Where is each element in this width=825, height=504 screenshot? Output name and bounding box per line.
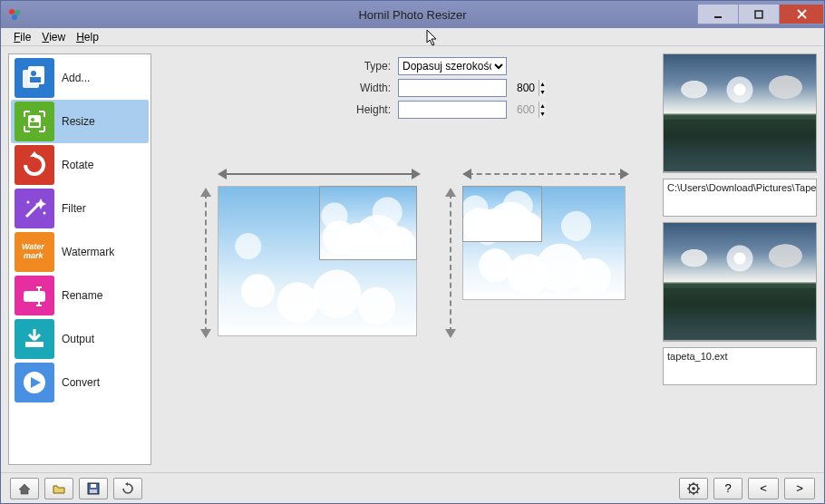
- svg-rect-10: [30, 77, 41, 82]
- prev-button[interactable]: <: [748, 478, 779, 499]
- output-icon: [15, 319, 54, 359]
- resize-diagram: [159, 170, 655, 360]
- svg-point-29: [692, 487, 695, 490]
- width-input[interactable]: [399, 80, 539, 96]
- add-icon: [15, 58, 54, 98]
- width-label: Width:: [159, 82, 398, 94]
- height-arrow-icon: [201, 188, 210, 338]
- sidebar-item-add[interactable]: Add...: [11, 56, 149, 100]
- titlebar: Hornil Photo Resizer: [1, 1, 824, 28]
- preview-1: [663, 53, 817, 173]
- width-arrow-icon: [218, 170, 421, 179]
- width-down[interactable]: ▼: [539, 88, 546, 96]
- type-select[interactable]: Dopasuj szerokość: [398, 57, 507, 75]
- sidebar-item-resize[interactable]: Resize: [11, 100, 149, 143]
- sidebar-item-label: Resize: [62, 115, 95, 128]
- sidebar-item-rotate[interactable]: Rotate: [11, 143, 149, 187]
- refresh-button[interactable]: [113, 478, 142, 499]
- svg-rect-4: [755, 11, 762, 18]
- preview-image-2: [664, 223, 816, 341]
- svg-point-16: [44, 212, 46, 215]
- menubar: File View Help: [1, 28, 824, 46]
- svg-rect-19: [24, 291, 45, 302]
- height-up: ▲: [539, 102, 546, 110]
- rotate-icon: [15, 145, 54, 185]
- height-down: ▼: [539, 110, 546, 118]
- preview-column: C:\Users\Download\Pictures\Tapet tapeta_…: [663, 53, 817, 465]
- wand-icon: [15, 189, 54, 228]
- menu-help[interactable]: Help: [71, 31, 104, 44]
- minimize-button[interactable]: [697, 5, 739, 24]
- sidebar: Add...ResizeRotateFilterWatermarkWaterma…: [8, 53, 151, 465]
- close-button[interactable]: [779, 5, 824, 24]
- sidebar-item-label: Filter: [62, 202, 86, 215]
- sidebar-item-filter[interactable]: Filter: [11, 187, 149, 230]
- preview-image-1: [664, 54, 816, 172]
- svg-text:mark: mark: [24, 251, 44, 260]
- height-label: Height:: [159, 103, 398, 116]
- svg-point-15: [27, 201, 30, 204]
- diagram-fit-width: [185, 170, 421, 360]
- menu-file[interactable]: File: [8, 31, 36, 44]
- watermark-icon: Watermark: [15, 232, 54, 272]
- sidebar-item-label: Output: [62, 333, 94, 345]
- height-spinner: ▲▼: [398, 101, 507, 119]
- preview-caption-1: C:\Users\Download\Pictures\Tapet: [663, 179, 817, 217]
- sidebar-item-convert[interactable]: Convert: [11, 361, 149, 404]
- save-button[interactable]: [79, 478, 108, 499]
- open-button[interactable]: [44, 478, 73, 499]
- svg-point-0: [9, 9, 15, 15]
- main-panel: Type: Dopasuj szerokość Width: ▲▼ Height…: [159, 53, 655, 465]
- settings-button[interactable]: [679, 478, 708, 499]
- type-label: Type:: [159, 60, 398, 73]
- svg-point-9: [31, 71, 36, 76]
- width-spinner[interactable]: ▲▼: [398, 79, 507, 97]
- home-button[interactable]: [10, 478, 39, 499]
- diagram-fit-height: [439, 170, 629, 360]
- height-input: [399, 102, 539, 118]
- maximize-button[interactable]: [738, 5, 780, 24]
- svg-rect-27: [90, 489, 97, 493]
- next-button[interactable]: >: [784, 478, 815, 499]
- menu-view[interactable]: View: [36, 31, 71, 44]
- sidebar-item-rename[interactable]: Rename: [11, 274, 149, 317]
- svg-rect-13: [30, 122, 39, 126]
- app-icon: [6, 6, 23, 23]
- svg-point-12: [31, 118, 34, 121]
- svg-point-1: [15, 10, 20, 15]
- svg-rect-26: [91, 484, 96, 488]
- sample-resized-icon: [319, 186, 417, 260]
- sample-resized2-icon: [462, 186, 542, 242]
- svg-line-35: [696, 491, 698, 493]
- svg-line-14: [26, 204, 39, 217]
- svg-point-2: [12, 15, 17, 20]
- sidebar-item-label: Convert: [62, 376, 100, 389]
- bottom-toolbar: ? < >: [1, 472, 824, 503]
- height-arrow-dashed-icon: [446, 188, 455, 338]
- sidebar-item-label: Add...: [62, 72, 90, 84]
- rename-icon: [15, 276, 54, 315]
- width-up[interactable]: ▲: [539, 80, 546, 88]
- preview-caption-2: tapeta_10.ext: [663, 347, 817, 385]
- help-button[interactable]: ?: [713, 478, 742, 499]
- preview-2: [663, 222, 817, 342]
- width-arrow-dashed-icon: [462, 170, 629, 179]
- play-icon: [15, 363, 54, 402]
- resize-icon: [15, 102, 54, 141]
- sidebar-item-watermark[interactable]: WatermarkWatermark: [11, 230, 149, 274]
- sidebar-item-label: Watermark: [62, 246, 114, 258]
- svg-text:Water: Water: [22, 242, 44, 251]
- sidebar-item-label: Rename: [62, 289, 102, 302]
- sidebar-item-output[interactable]: Output: [11, 317, 149, 361]
- sidebar-item-label: Rotate: [62, 159, 93, 171]
- svg-rect-23: [25, 342, 44, 347]
- svg-line-34: [689, 484, 691, 486]
- svg-line-37: [689, 491, 691, 493]
- svg-line-36: [696, 484, 698, 486]
